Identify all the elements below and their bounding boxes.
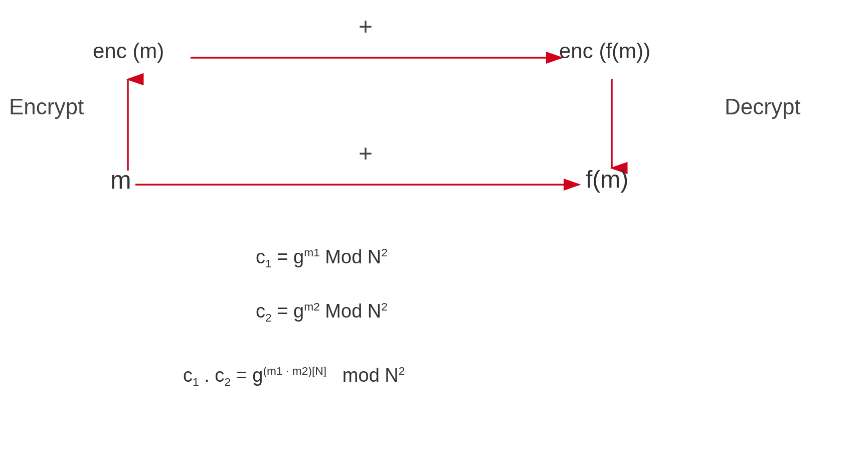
node-enc-m: enc (m) <box>93 39 164 63</box>
node-fm: f(m) <box>586 166 628 193</box>
plus-bottom: + <box>359 139 373 167</box>
node-m: m <box>110 166 131 195</box>
formula-1: c1 = gm1 Mod N2 <box>256 246 388 270</box>
diagram-area: enc (m) enc (f(m)) m f(m) Encrypt Decryp… <box>0 0 868 458</box>
arrows-svg <box>0 0 868 458</box>
formula-2: c2 = gm2 Mod N2 <box>256 300 388 325</box>
plus-top: + <box>359 13 373 40</box>
formula-3: c1 . c2 = g(m1 · m2)[N] mod N2 <box>183 364 405 389</box>
encrypt-label: Encrypt <box>9 94 84 119</box>
node-enc-fm: enc (f(m)) <box>559 39 650 63</box>
decrypt-label: Decrypt <box>725 94 801 119</box>
